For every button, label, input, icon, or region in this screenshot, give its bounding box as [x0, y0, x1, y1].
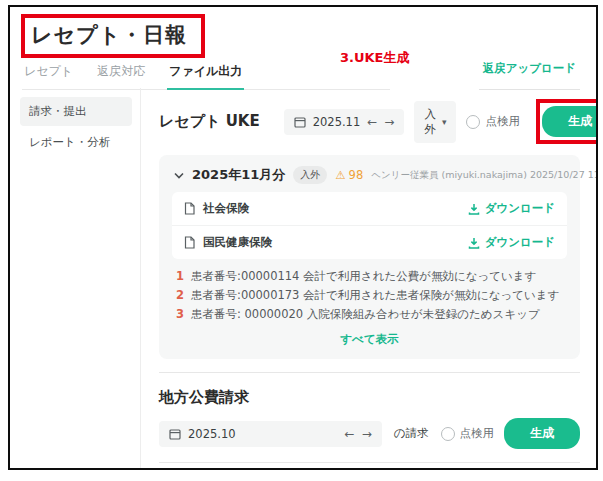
- section-divider: [159, 372, 580, 373]
- uke-month-picker[interactable]: 2025.11 ← →: [284, 109, 405, 135]
- sidebar-item-report-bunseki[interactable]: レポート・分析: [20, 128, 132, 157]
- tab-henrei-taiou[interactable]: 返戻対応: [97, 63, 145, 80]
- uke-generate-button[interactable]: 生成: [542, 106, 596, 137]
- file-row-kokumin-kenko-hoken: 国民健康保険 ダウンロード: [172, 226, 567, 259]
- tab-file-output[interactable]: ファイル出力: [169, 63, 242, 80]
- content-area: 請求・提出 レポート・分析 レセプト UKE 2025.11 ← → 入外 ▾: [10, 88, 596, 468]
- henrei-upload-link[interactable]: 返戻アップロード: [483, 61, 576, 75]
- sidebar-item-seikyu-teishutsu[interactable]: 請求・提出: [20, 97, 132, 126]
- error-row: 1 患者番号:00000114 会計で利用された公費が無効になっています: [176, 269, 563, 284]
- warning-count-group: ⚠ 98: [335, 168, 363, 182]
- download-icon: [468, 237, 480, 249]
- result-month-label: 2025年11月分: [192, 166, 285, 184]
- document-icon: [184, 236, 195, 249]
- uke-section-title: レセプト UKE: [159, 112, 260, 131]
- page-title: レセプト・日報: [31, 21, 187, 49]
- uke-result-panel: 2025年11月分 入外 ⚠ 98 ヘンリー従業員 (miyuki.nakaji…: [159, 155, 580, 359]
- sidebar: 請求・提出 レポート・分析: [10, 88, 141, 468]
- chevron-down-icon[interactable]: [174, 172, 184, 179]
- local-expense-month-value: 2025.10: [188, 427, 236, 441]
- error-list: 1 患者番号:00000114 会計で利用された公費が無効になっています 2 患…: [172, 259, 567, 322]
- month-next-icon[interactable]: →: [362, 428, 372, 440]
- local-expense-generate-button[interactable]: 生成: [504, 418, 580, 449]
- result-timestamp: 2025/10/27 11:37-11:39:46: [530, 169, 596, 180]
- uke-inspection-option: 点検用: [466, 114, 520, 129]
- local-expense-suffix: の請求: [394, 426, 429, 441]
- month-prev-icon[interactable]: ←: [367, 116, 377, 128]
- local-expense-inspection-option: 点検用: [441, 426, 495, 441]
- calendar-icon: [169, 428, 181, 440]
- calendar-icon: [294, 116, 306, 128]
- upload-link-wrap: 返戻アップロード: [479, 57, 580, 90]
- uke-header-row: レセプト UKE 2025.11 ← → 入外 ▾ 点検用: [159, 99, 580, 144]
- document-icon: [184, 202, 195, 215]
- result-meta: ヘンリー従業員 (miyuki.nakajima) 2025/10/27 11:…: [371, 169, 596, 182]
- inspection-radio-label: 点検用: [460, 426, 495, 441]
- error-number: 2: [176, 288, 184, 303]
- download-link-shakai[interactable]: ダウンロード: [468, 201, 555, 216]
- title-annotation-box: レセプト・日報: [21, 14, 205, 58]
- download-icon: [468, 203, 480, 215]
- file-name: 国民健康保険: [203, 235, 272, 250]
- app-window: レセプト・日報 3.UKE生成 返戻アップロード レセプト 返戻対応 ファイル出…: [8, 5, 598, 470]
- download-link-label: ダウンロード: [485, 201, 555, 216]
- file-row-shakai-hoken: 社会保険 ダウンロード: [172, 192, 567, 226]
- error-message: 患者番号: 00000020 入院保険組み合わせが未登録のためスキップ: [191, 307, 540, 322]
- download-link-label: ダウンロード: [485, 235, 555, 250]
- error-message: 患者番号:00000114 会計で利用された公費が無効になっています: [191, 269, 536, 284]
- error-number: 3: [176, 307, 184, 322]
- warning-icon: ⚠: [335, 168, 345, 182]
- month-next-icon[interactable]: →: [384, 116, 394, 128]
- local-expense-month-picker[interactable]: 2025.10 ← →: [159, 421, 382, 447]
- warning-count: 98: [349, 168, 364, 182]
- generate-annotation-box: 生成: [536, 99, 596, 144]
- tab-receipt[interactable]: レセプト: [24, 63, 73, 80]
- uke-result-header[interactable]: 2025年11月分 入外 ⚠ 98 ヘンリー従業員 (miyuki.nakaji…: [172, 164, 567, 192]
- download-link-kokumin[interactable]: ダウンロード: [468, 235, 555, 250]
- result-user: ヘンリー従業員 (miyuki.nakajima): [371, 169, 527, 180]
- file-list: 社会保険 ダウンロード 国民健康保険: [172, 192, 567, 259]
- error-number: 1: [176, 269, 184, 284]
- show-all-link[interactable]: すべて表示: [172, 326, 567, 349]
- tab-bar: レセプト 返戻対応 ファイル出力: [22, 63, 390, 90]
- caret-down-icon: ▾: [442, 117, 447, 127]
- inspection-radio-label: 点検用: [485, 114, 520, 129]
- section-divider: [159, 462, 580, 463]
- file-name: 社会保険: [203, 201, 249, 216]
- local-expense-row: 2025.10 ← → の請求 点検用 生成: [159, 418, 580, 449]
- inspection-radio[interactable]: [466, 115, 480, 129]
- uke-scope-dropdown[interactable]: 入外 ▾: [414, 101, 456, 143]
- uke-month-value: 2025.11: [313, 115, 361, 129]
- error-row: 3 患者番号: 00000020 入院保険組み合わせが未登録のためスキップ: [176, 307, 563, 322]
- scope-badge: 入外: [293, 166, 327, 184]
- local-expense-title: 地方公費請求: [159, 388, 580, 407]
- error-message: 患者番号:00000173 会計で利用された患者保険が無効になっています: [191, 288, 559, 303]
- error-row: 2 患者番号:00000173 会計で利用された患者保険が無効になっています: [176, 288, 563, 303]
- uke-scope-value: 入外: [424, 107, 436, 137]
- inspection-radio[interactable]: [441, 427, 455, 441]
- main-panel: レセプト UKE 2025.11 ← → 入外 ▾ 点検用: [141, 88, 596, 468]
- month-prev-icon[interactable]: ←: [345, 428, 355, 440]
